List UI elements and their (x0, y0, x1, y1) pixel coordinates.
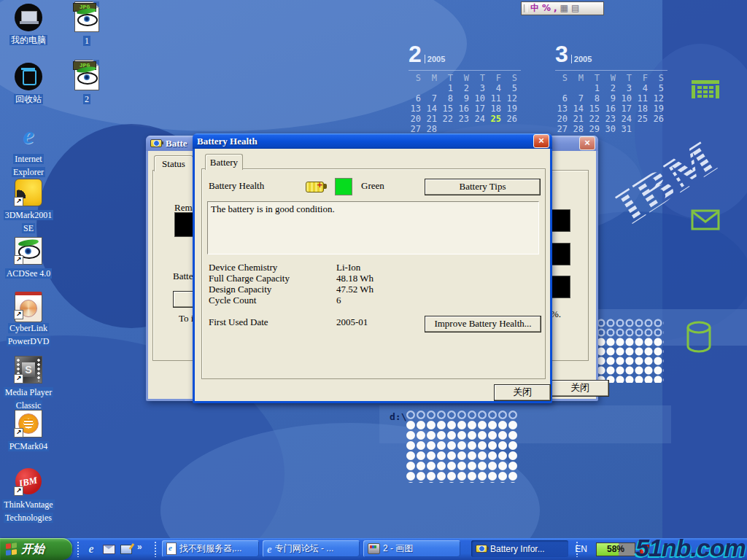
close-icon[interactable]: × (579, 136, 595, 150)
calendar-day: 13 (409, 104, 425, 114)
task-button-battery-information[interactable]: Battery Infor... (471, 540, 568, 557)
calendar-day: 16 (603, 104, 619, 114)
desktop-icon-my-computer[interactable]: 我的电脑 (0, 4, 57, 46)
health-status-text: Green (361, 180, 384, 192)
desktop-icon-3dmark2001[interactable]: ↗ 3DMark2001 SE (0, 179, 57, 234)
battery-app-icon (150, 139, 162, 147)
field-value: Li-Ion (336, 262, 360, 273)
close-icon[interactable]: × (533, 134, 549, 148)
calendar-day: 15 (441, 104, 457, 114)
calendar-day: 17 (473, 104, 489, 114)
calendar-day: 20 (409, 114, 425, 124)
quicklaunch-overflow-chevron[interactable]: » (137, 542, 142, 552)
battery-tabpage: Battery Health + Green Battery Tips The … (201, 168, 546, 379)
desktop-file-1[interactable]: JPG 1 (58, 1, 115, 47)
desktop-icon-internet-explorer[interactable]: e Internet Explorer (0, 122, 57, 178)
calendar-day: 9 (457, 93, 473, 104)
language-indicator[interactable]: EN (575, 544, 587, 554)
calendar-day: 19 (505, 104, 521, 114)
watermark: 51nb.com (635, 534, 746, 560)
battery-tips-button[interactable]: Battery Tips (425, 179, 541, 195)
start-button[interactable]: 开始 (0, 538, 72, 560)
calendar-day: 2 (603, 83, 619, 93)
dot-grid (406, 420, 518, 483)
icon-label: ACDSee 4.0 (5, 268, 53, 279)
task-label: 专门网论坛 - ... (275, 542, 334, 555)
calendar-year: 2005 (571, 55, 592, 63)
calendar-day: 28 (425, 124, 441, 134)
quicklaunch-show-desktop-icon[interactable] (120, 542, 133, 556)
ime-punctuation-icon[interactable]: , (554, 3, 557, 14)
calendar-day: 7 (425, 93, 441, 104)
desktop-icon-media-player-classic[interactable]: S↗ Media Player Classic (0, 356, 57, 411)
tab-status[interactable]: Status (154, 155, 193, 171)
calendar-day: 20 (555, 114, 571, 124)
battery-app-icon (476, 545, 487, 553)
paint-icon (368, 543, 380, 554)
calendar-day: 31 (619, 124, 635, 134)
calendar-day: 22 (441, 114, 457, 124)
ime-keyboard-icon[interactable]: ▦ (560, 3, 568, 14)
calendar-day-header: S (555, 73, 571, 83)
calendar-day: 10 (619, 93, 635, 104)
battery-health-label: Battery Health (209, 180, 264, 192)
calendar-day: 22 (587, 114, 603, 124)
ime-language-bar[interactable]: 中 % , ▦ ▤ (521, 1, 604, 15)
windows-flag-icon (6, 542, 18, 556)
close-button[interactable]: 关闭 (494, 384, 551, 401)
calendar-day-empty (651, 124, 667, 134)
quicklaunch-ie-icon[interactable]: e (85, 542, 98, 556)
icon-label: PCMark04 (8, 441, 50, 451)
desktop-icon-acdsee[interactable]: ↗ ACDSee 4.0 (0, 237, 57, 279)
task-button-server-not-found[interactable]: 找不到服务器,... (162, 540, 259, 557)
calendar-day: 7 (571, 93, 587, 104)
dialog-client: Battery Battery Health + Green Battery T… (195, 149, 550, 401)
calendar-day: 30 (603, 124, 619, 134)
desktop: IBM d:\ 中 % , ▦ ▤ 22005 SMTWTF (0, 0, 747, 560)
desktop-icon-pcmark04[interactable]: ↗ PCMark04 (0, 410, 57, 452)
calendar-day: 2 (457, 83, 473, 93)
dialog-titlebar[interactable]: Battery Health × (193, 133, 552, 149)
ime-fullwidth-icon[interactable]: % (542, 3, 551, 14)
calendar-day: 23 (603, 114, 619, 124)
calendar-day: 16 (457, 104, 473, 114)
desktop-icon-powerdvd[interactable]: ↗ CyberLink PowerDVD (0, 292, 57, 347)
desktop-icon-recycle-bin[interactable]: 回收站 (0, 63, 57, 105)
tray-battery-meter[interactable]: 58% (596, 542, 635, 556)
calendar-day-header: W (457, 73, 473, 83)
condition-textbox: The battery is in good condition. (207, 201, 539, 254)
improve-battery-health-button[interactable]: Improve Battery Health... (425, 316, 541, 332)
battery-health-dialog[interactable]: Battery Health × Battery Battery Health … (193, 133, 552, 403)
ie-icon: e (267, 543, 272, 555)
desktop-file-2[interactable]: JPG 2 (58, 60, 115, 105)
calendar-day-empty (473, 124, 489, 134)
my-computer-icon (15, 4, 42, 31)
task-button-paint[interactable]: 2 - 画图 (363, 540, 460, 557)
calendar-day: 8 (441, 93, 457, 104)
ime-toolbar-icon[interactable]: ▤ (571, 3, 579, 14)
tab-battery[interactable]: Battery (205, 154, 243, 170)
task-button-forum[interactable]: e 专门网论坛 - ... (263, 540, 360, 557)
calendar-day: 18 (489, 104, 505, 114)
calendar-day: 29 (587, 124, 603, 134)
calendar-day-empty (505, 124, 521, 134)
jpg-file-icon: JPG (74, 1, 99, 32)
calendar-day: 26 (651, 114, 667, 124)
calendar-day: 5 (505, 83, 521, 93)
desktop-icon-thinkvantage[interactable]: IBM↗ ThinkVantage Technologies (0, 468, 57, 524)
calendar-day: 4 (489, 83, 505, 93)
field-label: Full Charge Capacity (209, 273, 290, 284)
ime-chinese-icon[interactable]: 中 (530, 3, 539, 14)
calendar-year: 2005 (425, 55, 445, 63)
shortcut-arrow-icon: ↗ (14, 374, 23, 384)
ime-grip-handle[interactable] (524, 4, 527, 12)
close-button[interactable]: 关闭 (551, 380, 609, 397)
calendar-day: 1 (441, 83, 457, 93)
calendar-day: 15 (587, 104, 603, 114)
calendar-day: 14 (425, 104, 441, 114)
calendar-day: 27 (555, 124, 571, 134)
calendar-title: 32005 (555, 41, 667, 71)
quicklaunch-mail-icon[interactable] (102, 542, 115, 556)
icon-label: Internet Explorer (12, 154, 45, 177)
calendar-day-empty (425, 83, 441, 93)
